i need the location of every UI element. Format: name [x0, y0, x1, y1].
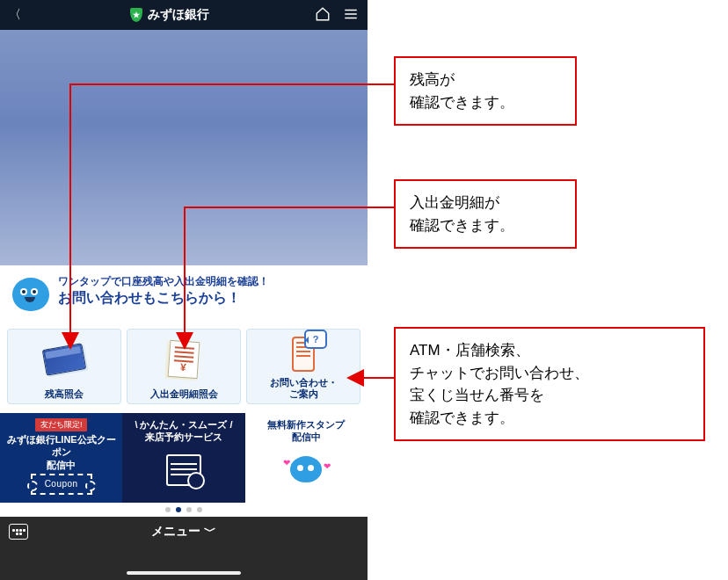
- coupon-icon: Coupon: [31, 474, 92, 495]
- friends-only-tag: 友だち限定!: [35, 418, 88, 431]
- banner-label: 無料新作スタンプ 配信中: [267, 418, 345, 444]
- statement-icon: ¥: [168, 340, 200, 379]
- verified-shield-icon: ★: [130, 8, 142, 22]
- banner-label: \ かんたん・スムーズ / 来店予約サービス: [135, 418, 232, 444]
- home-icon[interactable]: [315, 6, 331, 25]
- menu-button[interactable]: メニュー ﹀: [151, 524, 216, 540]
- prompt-line1: ワンタップで口座残高や入出金明細を確認！: [58, 274, 269, 289]
- banner-row: 友だち限定! みずほ銀行LINE公式クーポン 配信中 Coupon \ かんたん…: [0, 413, 368, 503]
- bottom-menu-bar: メニュー ﹀: [0, 517, 368, 580]
- question-bubble-icon: ?: [304, 330, 327, 349]
- coupon-banner[interactable]: 友だち限定! みずほ銀行LINE公式クーポン 配信中 Coupon: [0, 413, 122, 503]
- action-label: 入出金明細照会: [150, 388, 218, 400]
- stamp-banner[interactable]: 無料新作スタンプ 配信中 ❤❤: [245, 413, 368, 503]
- prompt-section: ワンタップで口座残高や入出金明細を確認！ お問い合わせもこちらから！: [0, 265, 368, 325]
- action-row: 残高照会 ¥ 入出金明細照会 ? お問い合わせ・ ご案内: [0, 325, 368, 413]
- mascot-stamp-icon: ❤❤: [285, 453, 327, 488]
- calendar-clock-icon: [166, 454, 201, 486]
- home-indicator: [127, 571, 241, 575]
- callout-contact: ATM・店舗検索、 チャットでお問い合わせ、 宝くじ当せん番号を 確認できます。: [394, 327, 705, 441]
- callout-transactions: 入出金明細が 確認できます。: [394, 179, 577, 249]
- phone-frame: 〈 ★ みずほ銀行: [0, 0, 368, 580]
- reservation-banner[interactable]: \ かんたん・スムーズ / 来店予約サービス: [122, 413, 244, 503]
- app-title: ★ みずほ銀行: [25, 7, 315, 23]
- hero-image: [0, 30, 368, 265]
- chevron-down-icon: ﹀: [204, 524, 216, 540]
- menu-label: メニュー: [151, 524, 200, 540]
- app-title-text: みずほ銀行: [148, 7, 209, 23]
- contact-info-button[interactable]: ? お問い合わせ・ ご案内: [246, 329, 360, 404]
- app-topbar: 〈 ★ みずほ銀行: [0, 0, 368, 30]
- transaction-history-button[interactable]: ¥ 入出金明細照会: [127, 329, 241, 404]
- action-label: お問い合わせ・ ご案内: [270, 377, 338, 400]
- keyboard-icon[interactable]: [9, 524, 28, 540]
- callout-balance: 残高が 確認できます。: [394, 56, 577, 126]
- cash-card-icon: [42, 344, 87, 377]
- action-label: 残高照会: [45, 388, 84, 400]
- banner-label: みずほ銀行LINE公式クーポン 配信中: [4, 433, 119, 471]
- mascot-icon: [7, 272, 55, 320]
- hamburger-icon[interactable]: [343, 6, 359, 25]
- carousel-indicator: [0, 503, 368, 517]
- balance-inquiry-button[interactable]: 残高照会: [7, 329, 121, 404]
- back-button[interactable]: 〈: [9, 7, 25, 23]
- prompt-line2: お問い合わせもこちらから！: [58, 289, 269, 308]
